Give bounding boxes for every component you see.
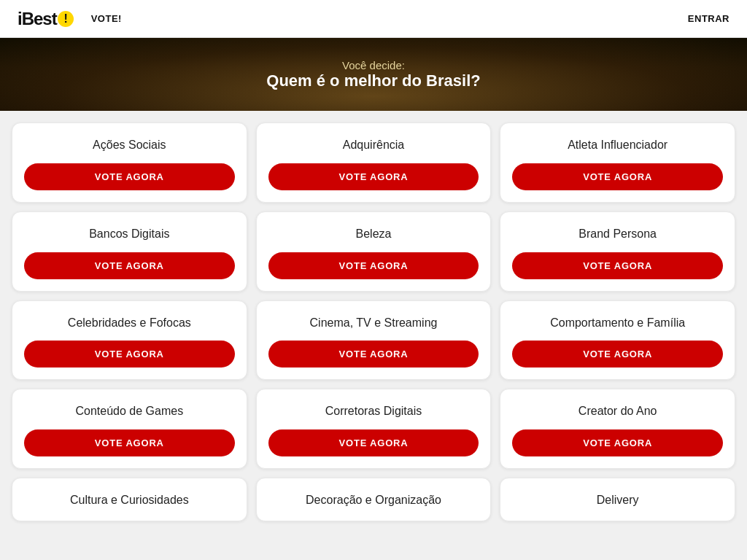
category-name: Comportamento e Família	[550, 316, 685, 331]
vote-now-button[interactable]: VOTE AGORA	[268, 252, 479, 279]
category-name: Creator do Ano	[578, 404, 657, 419]
category-name: Cinema, TV e Streaming	[310, 316, 438, 331]
category-card: Delivery	[500, 478, 735, 521]
logo: iBest!	[18, 9, 74, 29]
category-card: Brand PersonaVOTE AGORA	[500, 211, 735, 292]
category-name: Delivery	[597, 493, 639, 508]
category-card: BelezaVOTE AGORA	[256, 211, 492, 292]
vote-now-button[interactable]: VOTE AGORA	[512, 341, 723, 368]
category-card: Cinema, TV e StreamingVOTE AGORA	[256, 300, 492, 381]
vote-now-button[interactable]: VOTE AGORA	[24, 252, 235, 279]
category-card: Corretoras DigitaisVOTE AGORA	[256, 389, 492, 469]
category-name: Brand Persona	[578, 227, 657, 242]
category-card: Ações SociaisVOTE AGORA	[12, 122, 247, 203]
category-name: Atleta Influenciador	[568, 138, 667, 153]
category-card: Comportamento e FamíliaVOTE AGORA	[500, 300, 735, 381]
logo-text: iBest	[18, 9, 57, 29]
category-name: Celebridades e Fofocas	[68, 316, 191, 331]
vote-now-button[interactable]: VOTE AGORA	[268, 163, 479, 190]
logo-exclaim: !	[58, 11, 74, 27]
category-name: Decoração e Organização	[306, 493, 441, 508]
vote-now-button[interactable]: VOTE AGORA	[512, 252, 723, 279]
hero-banner: Você decide: Quem é o melhor do Brasil?	[0, 38, 747, 111]
category-card: Atleta InfluenciadorVOTE AGORA	[500, 122, 735, 203]
vote-now-button[interactable]: VOTE AGORA	[512, 163, 723, 190]
vote-now-button[interactable]: VOTE AGORA	[268, 341, 479, 368]
category-name: Conteúdo de Games	[76, 404, 184, 419]
hero-title: Quem é o melhor do Brasil?	[266, 71, 480, 90]
category-name: Bancos Digitais	[89, 227, 169, 242]
category-card: AdquirênciaVOTE AGORA	[256, 122, 492, 203]
hero-subtitle: Você decide:	[266, 59, 480, 71]
category-card: Conteúdo de GamesVOTE AGORA	[12, 389, 247, 469]
category-name: Beleza	[356, 227, 392, 242]
vote-now-button[interactable]: VOTE AGORA	[24, 341, 235, 368]
category-name: Cultura e Curiosidades	[70, 493, 189, 508]
category-card: Bancos DigitaisVOTE AGORA	[12, 211, 247, 292]
navbar: iBest! VOTE! ENTRAR	[0, 0, 747, 38]
vote-now-button[interactable]: VOTE AGORA	[24, 429, 235, 456]
category-card: Cultura e Curiosidades	[12, 478, 247, 521]
category-name: Corretoras Digitais	[325, 404, 422, 419]
vote-now-button[interactable]: VOTE AGORA	[512, 429, 723, 456]
vote-now-button[interactable]: VOTE AGORA	[24, 163, 235, 190]
hero-content: Você decide: Quem é o melhor do Brasil?	[266, 59, 480, 90]
navbar-left: iBest! VOTE!	[18, 9, 122, 29]
vote-now-button[interactable]: VOTE AGORA	[268, 429, 479, 456]
category-card: Celebridades e FofocasVOTE AGORA	[12, 300, 247, 381]
vote-nav-label[interactable]: VOTE!	[91, 13, 122, 24]
category-name: Ações Sociais	[93, 138, 166, 153]
category-grid: Ações SociaisVOTE AGORAAdquirênciaVOTE A…	[0, 111, 747, 533]
entrar-button[interactable]: ENTRAR	[688, 13, 729, 24]
category-name: Adquirência	[343, 138, 405, 153]
category-card: Creator do AnoVOTE AGORA	[500, 389, 735, 469]
category-card: Decoração e Organização	[256, 478, 492, 521]
